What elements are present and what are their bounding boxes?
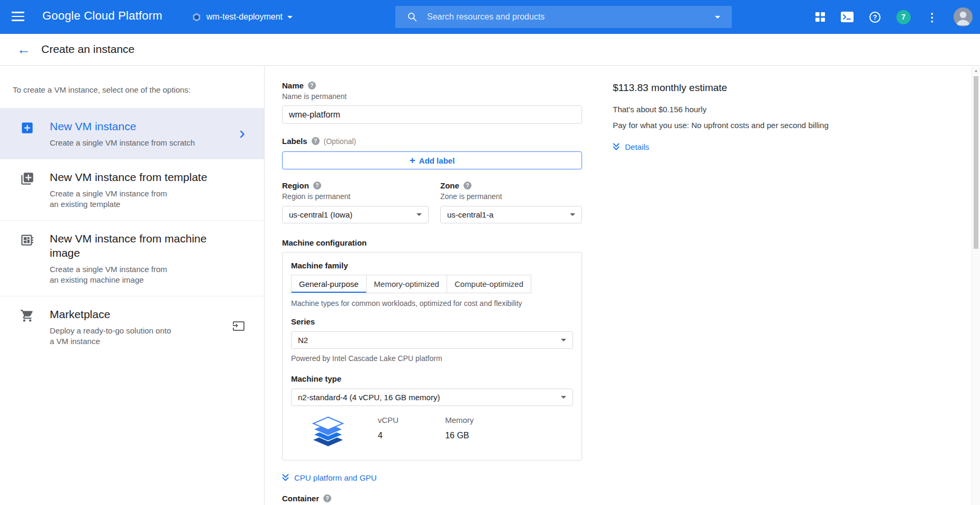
help-icon[interactable]: ? [869,12,881,23]
search-scope-chevron-icon[interactable] [715,16,720,19]
vcpu-label: vCPU [378,416,398,425]
chevron-down-icon [287,16,293,19]
chevron-down-icon [416,213,422,216]
double-chevron-down-icon [613,143,620,151]
cpu-platform-gpu-text: CPU platform and GPU [294,473,377,482]
machine-family-description: Machine types for common workloads, opti… [291,299,573,308]
labels-optional: (Optional) [324,137,356,146]
option-title: Marketplace [50,307,171,321]
option-new-vm-from-template[interactable]: New VM instance from template Create a s… [0,159,264,220]
labels-label: Labels [282,137,307,146]
scrollbar-thumb[interactable] [974,76,978,249]
notifications-badge[interactable]: 7 [896,10,911,24]
menu-icon[interactable] [12,12,24,22]
cpu-platform-gpu-expander[interactable]: CPU platform and GPU [282,473,377,482]
labels-help-icon[interactable]: ? [312,137,320,145]
chevron-down-icon [570,213,575,216]
zone-label: Zone [440,181,459,190]
option-new-vm-instance[interactable]: New VM instance Create a single VM insta… [0,108,264,159]
machine-family-tabs: General-purpose Memory-optimized Compute… [291,275,573,293]
container-help-icon[interactable]: ? [323,494,331,502]
zone-help-icon[interactable]: ? [464,182,471,190]
back-arrow-icon[interactable]: ← [17,41,31,57]
machine-image-icon [20,231,36,285]
series-select[interactable]: N2 [291,331,573,349]
chevron-down-icon [561,396,566,399]
name-label: Name [282,81,304,90]
machine-type-value: n2-standard-4 (4 vCPU, 16 GB memory) [298,393,440,402]
option-title: New VM instance [50,119,195,133]
cloud-shell-icon[interactable] [841,12,854,22]
layers-icon [310,416,346,450]
double-chevron-down-icon [282,474,289,482]
machine-spec-row: vCPU 4 Memory 16 GB [291,416,573,450]
zone-select[interactable]: us-central1-a [440,206,582,223]
region-note: Region is permanent [282,192,429,201]
estimate-billing-note: Pay for what you use: No upfront costs a… [613,121,861,130]
estimate-details-expander[interactable]: Details [613,142,649,151]
option-new-vm-from-machine-image[interactable]: New VM instance from machine image Creat… [0,220,264,296]
option-subtitle: Create a single VM instance from scratch [50,138,195,148]
project-selector[interactable]: wm-test-deployment [192,0,293,34]
add-label-text: Add label [419,156,455,165]
name-input[interactable] [282,105,582,124]
header-actions: ? 7 ⋮ [815,0,973,34]
series-value: N2 [298,336,308,345]
sidebar-instruction: To create a VM instance, select one of t… [0,66,264,108]
region-value: us-central1 (Iowa) [289,210,352,219]
series-label: Series [291,317,573,326]
machine-type-label: Machine type [291,374,573,383]
add-box-icon [20,119,36,148]
apps-grid-icon[interactable] [815,12,825,22]
add-from-template-icon [20,170,36,210]
search-icon [407,12,418,22]
option-title: New VM instance from template [50,170,207,184]
more-options-icon[interactable]: ⋮ [927,12,938,23]
scrollbar-track[interactable]: ▲ [972,66,980,505]
shopping-cart-icon [20,307,36,347]
project-name: wm-test-deployment [206,12,283,22]
scrollbar-up-button[interactable]: ▲ [972,66,980,75]
avatar[interactable] [954,7,973,26]
chevron-down-icon [561,339,566,341]
tab-compute-optimized[interactable]: Compute-optimized [447,275,531,293]
estimate-hourly: That's about $0.156 hourly [613,105,861,114]
project-icon [192,12,202,22]
tab-memory-optimized[interactable]: Memory-optimized [366,275,447,293]
open-marketplace-icon[interactable] [232,320,245,335]
option-marketplace[interactable]: Marketplace Deploy a ready-to-go solutio… [0,296,264,357]
region-label: Region [282,181,309,190]
name-help-icon[interactable]: ? [308,82,316,89]
memory-value: 16 GB [445,431,474,440]
chevron-right-icon: › [239,123,245,141]
plus-icon: + [410,155,415,165]
container-label: Container [282,494,319,503]
zone-note: Zone is permanent [440,192,582,201]
options-sidebar: To create a VM instance, select one of t… [0,66,265,505]
add-label-button[interactable]: + Add label [282,151,582,169]
create-instance-form: Name ? Name is permanent Labels ? (Optio… [282,66,582,505]
cost-estimate-panel: $113.83 monthly estimate That's about $0… [613,66,861,151]
machine-family-label: Machine family [291,261,573,270]
search-input[interactable]: Search resources and products [395,6,732,28]
gcp-logo[interactable]: Google Cloud Platform [42,9,162,23]
vcpu-value: 4 [378,431,398,440]
memory-label: Memory [445,416,474,425]
tab-general-purpose[interactable]: General-purpose [291,275,367,293]
estimate-title: $113.83 monthly estimate [613,82,861,94]
option-title: New VM instance from machine image [50,231,206,260]
region-select[interactable]: us-central1 (Iowa) [282,206,429,223]
series-note: Powered by Intel Cascade Lake CPU platfo… [291,354,573,363]
page-title: Create an instance [41,43,134,56]
option-subtitle: Create a single VM instance from an exis… [50,188,207,210]
machine-configuration-title: Machine configuration [282,238,582,247]
machine-type-select[interactable]: n2-standard-4 (4 vCPU, 16 GB memory) [291,389,573,406]
action-bar: ← Create an instance [0,34,980,66]
top-header: Google Cloud Platform wm-test-deployment… [0,0,980,34]
region-help-icon[interactable]: ? [313,182,321,190]
option-subtitle: Deploy a ready-to-go solution onto a VM … [50,326,171,347]
name-note: Name is permanent [282,92,582,101]
option-subtitle: Create a single VM instance from an exis… [50,264,206,285]
machine-configuration-card: Machine family General-purpose Memory-op… [282,252,582,461]
details-text: Details [625,142,649,151]
